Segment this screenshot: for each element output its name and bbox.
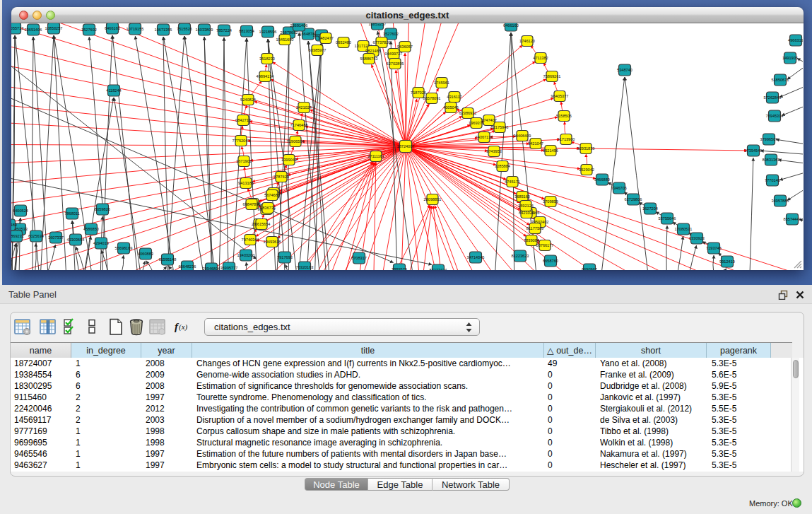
svg-text:1491905: 1491905 bbox=[782, 56, 798, 60]
svg-text:1607337: 1607337 bbox=[48, 235, 64, 240]
svg-text:55886753: 55886753 bbox=[360, 57, 378, 61]
svg-text:94406409: 94406409 bbox=[514, 134, 531, 138]
svg-text:4294019: 4294019 bbox=[93, 241, 109, 245]
svg-text:6466160: 6466160 bbox=[105, 26, 120, 30]
svg-text:3482477: 3482477 bbox=[318, 36, 334, 40]
svg-text:3709859: 3709859 bbox=[543, 199, 558, 204]
svg-text:0932480: 0932480 bbox=[336, 40, 351, 45]
svg-text:4060883: 4060883 bbox=[138, 252, 153, 256]
svg-text:10671355: 10671355 bbox=[155, 28, 172, 32]
svg-text:31713900: 31713900 bbox=[558, 137, 575, 141]
svg-text:5240824: 5240824 bbox=[240, 98, 256, 102]
svg-text:4118244: 4118244 bbox=[106, 88, 121, 93]
svg-text:6690967: 6690967 bbox=[582, 267, 597, 270]
svg-text:5869232: 5869232 bbox=[11, 234, 24, 238]
svg-text:61595148: 61595148 bbox=[159, 257, 177, 262]
svg-text:8708317: 8708317 bbox=[351, 256, 367, 260]
svg-text:2421024: 2421024 bbox=[296, 105, 312, 110]
svg-text:87277434: 87277434 bbox=[430, 268, 447, 270]
svg-text:2787429: 2787429 bbox=[273, 175, 289, 179]
svg-text:4966319: 4966319 bbox=[788, 38, 803, 42]
svg-text:34714345: 34714345 bbox=[467, 255, 485, 259]
svg-text:23691406: 23691406 bbox=[290, 23, 308, 28]
svg-text:0842710: 0842710 bbox=[235, 118, 251, 122]
svg-text:85574443: 85574443 bbox=[784, 217, 801, 221]
svg-text:13433200: 13433200 bbox=[237, 253, 255, 257]
svg-text:43303654: 43303654 bbox=[67, 238, 85, 242]
svg-text:86578091: 86578091 bbox=[423, 96, 441, 100]
svg-text:10853257: 10853257 bbox=[45, 26, 63, 30]
svg-text:9821465: 9821465 bbox=[365, 49, 381, 53]
svg-text:16033809: 16033809 bbox=[196, 28, 213, 32]
svg-text:1399049: 1399049 bbox=[281, 158, 297, 162]
svg-text:36995777: 36995777 bbox=[220, 266, 238, 270]
svg-text:18724007: 18724007 bbox=[397, 144, 415, 148]
svg-text:0330923: 0330923 bbox=[689, 236, 705, 240]
svg-text:00766177: 00766177 bbox=[536, 243, 554, 247]
svg-text:34957885: 34957885 bbox=[772, 199, 789, 203]
svg-text:1745961: 1745961 bbox=[434, 81, 449, 85]
svg-text:67737826: 67737826 bbox=[373, 40, 391, 45]
svg-text:29946804: 29946804 bbox=[203, 267, 220, 270]
svg-text:5158506: 5158506 bbox=[556, 114, 572, 118]
svg-text:10719155: 10719155 bbox=[126, 27, 144, 31]
svg-text:55698169: 55698169 bbox=[115, 246, 133, 250]
svg-text:4316117: 4316117 bbox=[447, 95, 461, 99]
svg-text:7839084: 7839084 bbox=[524, 238, 539, 243]
svg-text:1527602: 1527602 bbox=[383, 32, 399, 36]
svg-text:(x): (x) bbox=[179, 322, 188, 332]
svg-text:6658760: 6658760 bbox=[543, 259, 558, 263]
svg-text:7187026: 7187026 bbox=[411, 90, 426, 95]
svg-text:17080531: 17080531 bbox=[675, 227, 693, 231]
svg-text:60385977: 60385977 bbox=[309, 48, 326, 52]
svg-text:9636057: 9636057 bbox=[397, 45, 413, 49]
svg-text:4711382: 4711382 bbox=[533, 56, 548, 60]
svg-text:81177589: 81177589 bbox=[526, 226, 543, 230]
svg-text:13493618: 13493618 bbox=[264, 240, 281, 244]
svg-text:96405377: 96405377 bbox=[551, 94, 569, 98]
svg-text:3529042: 3529042 bbox=[579, 168, 594, 172]
svg-text:7917693: 7917693 bbox=[277, 255, 293, 259]
svg-text:28098851: 28098851 bbox=[424, 197, 442, 201]
svg-text:5674680: 5674680 bbox=[264, 193, 280, 197]
svg-text:53755646: 53755646 bbox=[659, 216, 676, 221]
svg-text:16055713: 16055713 bbox=[11, 26, 23, 30]
svg-text:9912419: 9912419 bbox=[719, 259, 735, 264]
svg-text:7770143: 7770143 bbox=[765, 178, 780, 182]
svg-text:1746120: 1746120 bbox=[519, 39, 535, 43]
svg-text:9743953: 9743953 bbox=[486, 149, 502, 153]
svg-text:65648236: 65648236 bbox=[179, 264, 196, 269]
svg-text:3747407: 3747407 bbox=[481, 118, 497, 122]
svg-text:9521456: 9521456 bbox=[543, 148, 558, 153]
svg-text:7193745: 7193745 bbox=[706, 246, 722, 250]
svg-text:76945314: 76945314 bbox=[766, 114, 784, 118]
svg-text:80831367: 80831367 bbox=[763, 158, 780, 162]
svg-text:74367136: 74367136 bbox=[476, 135, 493, 139]
svg-text:19218596: 19218596 bbox=[259, 30, 277, 34]
svg-text:6400524: 6400524 bbox=[13, 209, 28, 213]
svg-text:3518233: 3518233 bbox=[259, 57, 275, 61]
svg-text:57262849: 57262849 bbox=[764, 95, 782, 100]
svg-text:71746488: 71746488 bbox=[290, 123, 308, 127]
svg-text:37996507: 37996507 bbox=[760, 137, 778, 141]
svg-text:7857224: 7857224 bbox=[216, 28, 232, 33]
svg-text:81223623: 81223623 bbox=[512, 254, 529, 258]
svg-text:79740344: 79740344 bbox=[242, 238, 259, 242]
svg-text:9421047: 9421047 bbox=[528, 141, 543, 146]
svg-text:76320163: 76320163 bbox=[296, 265, 314, 269]
svg-text:69847896: 69847896 bbox=[243, 202, 261, 206]
svg-text:7868011: 7868011 bbox=[64, 211, 79, 216]
svg-text:8813054: 8813054 bbox=[239, 29, 254, 33]
svg-text:71906594: 71906594 bbox=[287, 139, 305, 144]
svg-text:8721489: 8721489 bbox=[11, 223, 17, 227]
svg-text:5348740: 5348740 bbox=[617, 68, 632, 72]
svg-text:27111161: 27111161 bbox=[367, 154, 384, 158]
svg-text:1671902: 1671902 bbox=[236, 159, 252, 163]
svg-text:76615654: 76615654 bbox=[253, 222, 271, 226]
svg-text:7889579: 7889579 bbox=[392, 267, 407, 270]
svg-text:4745171: 4745171 bbox=[505, 180, 520, 184]
svg-text:77752047: 77752047 bbox=[233, 139, 250, 143]
svg-text:1836736: 1836736 bbox=[260, 206, 276, 210]
svg-text:8059826: 8059826 bbox=[95, 207, 110, 211]
svg-text:04499727: 04499727 bbox=[385, 52, 403, 56]
